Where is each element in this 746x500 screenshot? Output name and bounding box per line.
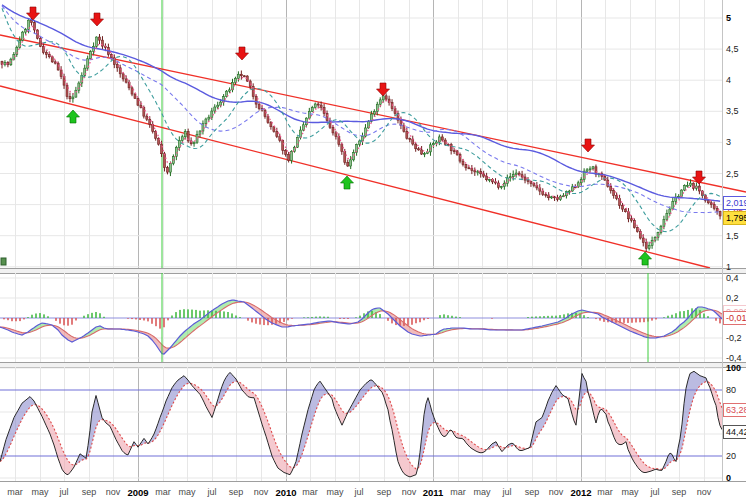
sell-arrow-icon	[693, 171, 706, 184]
y-axis-tick: 20	[726, 451, 736, 461]
x-axis-month-label: nov	[402, 487, 417, 497]
x-axis-month-label: sep	[525, 487, 540, 497]
y-axis-tick: 0,4	[726, 273, 739, 283]
y-axis-tick: 0,2	[726, 293, 739, 303]
y-axis-tick: 1,5	[726, 231, 739, 241]
x-axis-month-label: sep	[377, 487, 392, 497]
x-axis-month-label: mar	[302, 487, 318, 497]
x-axis-year-label: 2010	[275, 487, 296, 498]
buy-arrow-icon	[67, 110, 80, 123]
macd-value-label: -0,010	[723, 311, 746, 325]
x-axis-month-label: jul	[207, 487, 216, 497]
x-axis-month-label: may	[326, 487, 343, 497]
y-axis-tick: -0,2	[726, 333, 742, 343]
y-axis-tick: 2,5	[726, 169, 739, 179]
moving-averages	[2, 5, 720, 243]
buy-arrow-icon	[341, 176, 354, 189]
candles-layer	[1, 17, 721, 251]
stoch-d-value-label: 63,28	[723, 403, 746, 417]
x-axis-month-label: nov	[254, 487, 269, 497]
stoch-divergence-fill	[0, 371, 722, 477]
y-axis-tick: 80	[726, 385, 736, 395]
macd-line	[0, 300, 722, 354]
sell-arrow-icon	[91, 13, 104, 26]
vertical-gridlines	[16, 0, 705, 270]
x-axis-month-label: may	[178, 487, 195, 497]
mini-logo-icon	[1, 258, 6, 265]
macd-panel[interactable]	[0, 273, 746, 363]
last-price-label: 1,7950	[723, 211, 746, 225]
x-axis-year-label: 2009	[127, 487, 148, 498]
ma-value-label: 2,019	[723, 196, 746, 210]
x-axis-month-label: nov	[106, 487, 121, 497]
event-lines	[162, 0, 648, 268]
macd-signal-line	[0, 302, 722, 348]
y-axis-tick: 100	[726, 363, 741, 373]
x-axis-month-label: sep	[82, 487, 97, 497]
x-axis-year-label: 2012	[570, 487, 591, 498]
x-axis-month-label: mar	[155, 487, 171, 497]
y-axis-tick: 4	[726, 75, 731, 85]
x-axis-month-label: jul	[354, 487, 363, 497]
axis-border	[0, 481, 746, 482]
x-axis-month-label: jul	[502, 487, 511, 497]
sell-arrow-icon	[582, 139, 595, 152]
trend-channel	[0, 35, 746, 268]
x-axis-year-label: 2011	[423, 487, 444, 498]
price-panel[interactable]	[0, 0, 746, 270]
x-axis-month-label: may	[473, 487, 490, 497]
x-axis-month-label: nov	[697, 487, 712, 497]
x-axis-month-label: mar	[597, 487, 613, 497]
x-axis-month-label: sep	[229, 487, 244, 497]
x-axis-month-label: mar	[450, 487, 466, 497]
chart-window: 54,543,532,51,510,40,2-0,2-0,41008060402…	[0, 0, 746, 500]
x-axis-month-label: nov	[549, 487, 564, 497]
buy-arrow-icon	[639, 252, 652, 265]
y-axis-tick: 4,5	[726, 44, 739, 54]
y-axis-tick: 1	[726, 262, 731, 272]
x-axis-month-label: mar	[7, 487, 23, 497]
x-axis-month-label: sep	[672, 487, 687, 497]
stoch-k-value-label: 44,42	[723, 425, 746, 439]
y-axis-tick: -0,4	[726, 353, 742, 363]
y-axis-tick: 5	[726, 13, 731, 23]
x-axis-month-label: jul	[650, 487, 659, 497]
y-axis-tick: 3,5	[726, 106, 739, 116]
macd-divergence-fill	[0, 300, 722, 354]
y-axis-tick: 3	[726, 137, 731, 147]
stochastic-panel[interactable]	[0, 367, 746, 481]
x-axis-month-label: may	[621, 487, 638, 497]
vertical-gridlines	[16, 367, 705, 481]
sell-arrow-icon	[377, 83, 390, 96]
x-axis-month-label: may	[31, 487, 48, 497]
x-axis-month-label: jul	[59, 487, 68, 497]
y-axis-tick: 0	[726, 473, 731, 483]
